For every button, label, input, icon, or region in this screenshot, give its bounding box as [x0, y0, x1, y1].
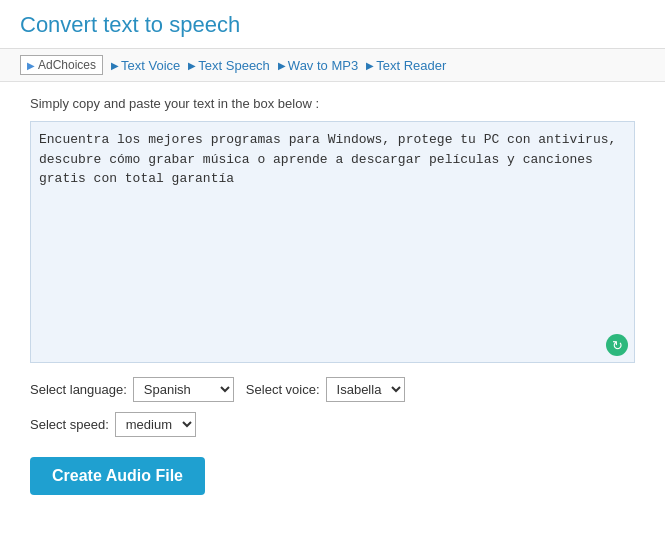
nav-bar: ▶ AdChoices ▶ Text Voice ▶ Text Speech ▶…	[0, 49, 665, 82]
refresh-icon[interactable]: ↻	[606, 334, 628, 356]
language-group: Select language: Spanish English French …	[30, 377, 234, 402]
page-title: Convert text to speech	[20, 12, 645, 38]
nav-link-text-reader[interactable]: ▶ Text Reader	[366, 58, 446, 73]
language-voice-controls: Select language: Spanish English French …	[30, 377, 635, 402]
header: Convert text to speech	[0, 0, 665, 49]
speed-select[interactable]: slow medium fast	[115, 412, 196, 437]
text-area-wrapper: ↻	[30, 121, 635, 363]
nav-arrow-icon: ▶	[111, 60, 119, 71]
adchoices-icon: ▶	[27, 60, 35, 71]
instruction-text: Simply copy and paste your text in the b…	[30, 96, 635, 111]
nav-link-wav-to-mp3[interactable]: ▶ Wav to MP3	[278, 58, 358, 73]
nav-link-label: Text Reader	[376, 58, 446, 73]
speed-label: Select speed:	[30, 417, 109, 432]
voice-label: Select voice:	[246, 382, 320, 397]
nav-arrow-icon: ▶	[188, 60, 196, 71]
adchoices-link[interactable]: ▶ AdChoices	[20, 55, 103, 75]
main-content: Simply copy and paste your text in the b…	[0, 82, 665, 515]
nav-link-text-speech[interactable]: ▶ Text Speech	[188, 58, 270, 73]
adchoices-label: AdChoices	[38, 58, 96, 72]
language-label: Select language:	[30, 382, 127, 397]
nav-link-label: Wav to MP3	[288, 58, 358, 73]
nav-arrow-icon: ▶	[366, 60, 374, 71]
nav-link-label: Text Voice	[121, 58, 180, 73]
text-input[interactable]	[39, 130, 626, 350]
nav-arrow-icon: ▶	[278, 60, 286, 71]
language-select[interactable]: Spanish English French German Italian Po…	[133, 377, 234, 402]
nav-link-text-voice[interactable]: ▶ Text Voice	[111, 58, 180, 73]
create-audio-button[interactable]: Create Audio File	[30, 457, 205, 495]
voice-group: Select voice: Isabella Jorge Maria	[246, 377, 405, 402]
voice-select[interactable]: Isabella Jorge Maria	[326, 377, 405, 402]
nav-link-label: Text Speech	[198, 58, 270, 73]
speed-group: Select speed: slow medium fast	[30, 412, 635, 437]
